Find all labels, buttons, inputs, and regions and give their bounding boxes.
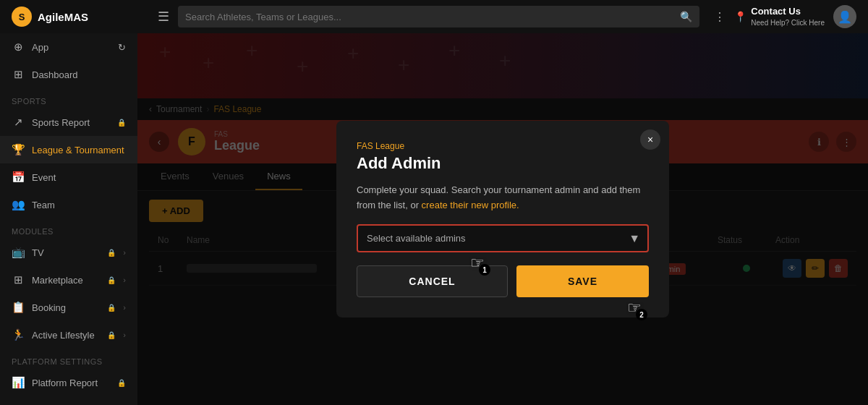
sidebar-item-event[interactable]: 📅 Event bbox=[0, 163, 137, 191]
search-icon: 🔍 bbox=[680, 11, 692, 22]
sports-report-icon: ↗ bbox=[12, 116, 25, 129]
avatar[interactable]: 👤 bbox=[833, 5, 856, 28]
section-label-sports: Sports bbox=[0, 88, 137, 108]
contact-pin-icon: 📍 bbox=[734, 11, 746, 22]
nav-right: 📍 Contact Us Need Help? Click Here 👤 bbox=[734, 5, 856, 28]
booking-icon: 📋 bbox=[12, 301, 25, 314]
admin-select-dropdown[interactable]: Select available admins bbox=[358, 226, 647, 251]
sidebar-item-tv[interactable]: 📺 TV 🔒 › bbox=[0, 239, 137, 266]
save-button[interactable]: SAVE bbox=[516, 265, 649, 297]
contact-us-label: Contact Us bbox=[751, 6, 825, 18]
sidebar-item-active-lifestyle[interactable]: 🏃 Active Lifestyle 🔒 › bbox=[0, 321, 137, 349]
sidebar-item-dashboard[interactable]: ⊞ Dashboard bbox=[0, 61, 137, 88]
arrow-icon-tv: › bbox=[123, 248, 126, 257]
app-name: AgileMAS bbox=[38, 11, 88, 23]
lock-icon-booking: 🔒 bbox=[107, 304, 116, 312]
sidebar-item-marketplace[interactable]: ⊞ Marketplace 🔒 › bbox=[0, 266, 137, 294]
modal-description: Complete your squad. Search your tournam… bbox=[357, 183, 649, 213]
platform-report-icon: 📊 bbox=[12, 376, 25, 389]
hamburger-icon[interactable]: ☰ bbox=[158, 9, 169, 25]
search-input[interactable] bbox=[185, 12, 674, 22]
sidebar-item-app[interactable]: ⊕ App ↻ bbox=[0, 33, 137, 61]
add-admin-modal: × FAS League Add Admin Complete your squ… bbox=[336, 121, 669, 318]
modal-subtitle: FAS League bbox=[357, 141, 649, 151]
more-options-icon[interactable]: ⋮ bbox=[714, 10, 726, 24]
cancel-button[interactable]: CANCEL bbox=[357, 265, 508, 297]
team-icon: 👥 bbox=[12, 198, 25, 211]
lock-icon-sports-report: 🔒 bbox=[117, 119, 126, 127]
sidebar-item-platform-report[interactable]: 📊 Platform Report 🔒 bbox=[0, 369, 137, 396]
tv-icon: 📺 bbox=[12, 246, 25, 259]
lock-icon-marketplace: 🔒 bbox=[107, 276, 116, 284]
arrow-icon-marketplace: › bbox=[123, 276, 126, 284]
trophy-icon: 🏆 bbox=[12, 143, 25, 156]
app-icon: ⊕ bbox=[12, 40, 25, 54]
contact-us-sub: Need Help? Click Here bbox=[751, 18, 825, 27]
modal-select-wrapper: Select available admins ▼ ☞ 1 bbox=[357, 224, 649, 252]
content-area: + + + + + + + + ‹ Tournament › FAS Leagu… bbox=[137, 33, 868, 405]
event-icon: 📅 bbox=[12, 171, 25, 184]
modal-title: Add Admin bbox=[357, 154, 649, 173]
logo-icon: S bbox=[12, 7, 32, 27]
lock-icon-tv: 🔒 bbox=[107, 249, 116, 257]
marketplace-icon: ⊞ bbox=[12, 273, 25, 286]
main-layout: ⊕ App ↻ ⊞ Dashboard Sports ↗ Sports Repo… bbox=[0, 33, 868, 405]
lock-icon-platform-report: 🔒 bbox=[117, 379, 126, 387]
lock-icon-active-lifestyle: 🔒 bbox=[107, 331, 116, 339]
section-label-modules: Modules bbox=[0, 218, 137, 239]
modal-close-button[interactable]: × bbox=[640, 129, 660, 150]
cursor-2: ☞ 2 bbox=[627, 299, 642, 317]
sidebar-item-team[interactable]: 👥 Team bbox=[0, 191, 137, 218]
arrow-icon-active-lifestyle: › bbox=[123, 331, 126, 339]
modal-buttons: CANCEL SAVE ☞ 2 bbox=[357, 265, 649, 297]
arrow-icon-booking: › bbox=[123, 303, 126, 312]
top-navigation: S AgileMAS ☰ 🔍 ⋮ 📍 Contact Us Need Help?… bbox=[0, 0, 868, 33]
active-lifestyle-icon: 🏃 bbox=[12, 328, 25, 341]
sidebar: ⊕ App ↻ ⊞ Dashboard Sports ↗ Sports Repo… bbox=[0, 33, 137, 405]
sidebar-item-sports-report[interactable]: ↗ Sports Report 🔒 bbox=[0, 108, 137, 136]
modal-create-profile-link[interactable]: create their new profile. bbox=[422, 200, 519, 210]
search-bar: 🔍 bbox=[178, 6, 699, 27]
logo-area: S AgileMAS bbox=[12, 7, 149, 27]
modal-overlay: × FAS League Add Admin Complete your squ… bbox=[137, 33, 868, 405]
sidebar-item-booking[interactable]: 📋 Booking 🔒 › bbox=[0, 294, 137, 321]
sidebar-item-league-tournament[interactable]: 🏆 League & Tournament bbox=[0, 136, 137, 163]
dashboard-icon: ⊞ bbox=[12, 68, 25, 81]
contact-us-area[interactable]: 📍 Contact Us Need Help? Click Here bbox=[734, 6, 825, 27]
refresh-icon: ↻ bbox=[118, 42, 126, 53]
section-label-platform: Platform Settings bbox=[0, 349, 137, 369]
